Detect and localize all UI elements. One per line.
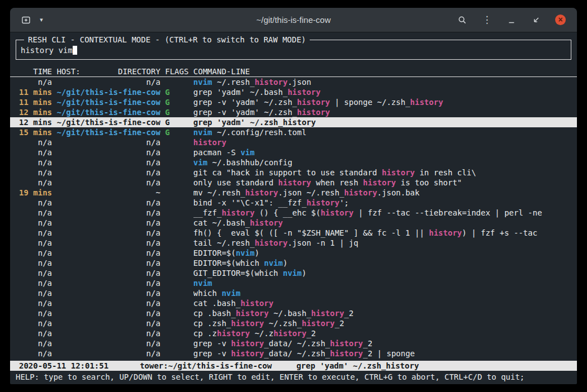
row-command: grep -v history_data/ ~/.zsh_history_2 (193, 338, 577, 348)
row-command: cp .bash_history ~/.bash_history_2 (193, 308, 577, 318)
row-host-dir: n/a (56, 137, 160, 147)
row-flag (165, 278, 188, 288)
row-flag (165, 308, 188, 318)
row-host-dir: n/a (56, 218, 160, 228)
row-command: fh() { eval $( ([ -n "$ZSH_NAME" ] && fc… (193, 228, 577, 238)
row-time: n/a (19, 168, 52, 178)
header-command: COMMAND-LINE (193, 66, 577, 76)
row-host-dir: n/a (56, 298, 160, 308)
row-flag (165, 328, 188, 338)
row-command: EDITOR=$(which nvim) (193, 258, 577, 268)
row-flag (165, 228, 188, 238)
resh-search-box: RESH CLI - CONTEXTUAL MODE - (CTRL+R to … (16, 40, 571, 60)
table-row[interactable]: n/a n/a bind -x '"\C-x1": __fzf_history'… (10, 198, 577, 208)
close-button[interactable]: × (555, 15, 566, 25)
row-time: n/a (19, 137, 52, 147)
row-flag: G (165, 87, 188, 97)
terminal-content: RESH CLI - CONTEXTUAL MODE - (CTRL+R to … (10, 32, 577, 384)
row-flag (165, 268, 188, 278)
row-flag (165, 198, 188, 208)
table-row[interactable]: 15 mins ~/git/this-is-fine-cow G nvim ~/… (10, 127, 577, 137)
restore-button[interactable] (531, 14, 542, 26)
new-tab-icon[interactable] (20, 14, 31, 26)
row-flag: G (165, 97, 188, 107)
search-input[interactable]: history vim (21, 45, 566, 55)
row-host-dir: n/a (56, 278, 160, 288)
table-row[interactable]: n/a n/a fh() { eval $( ([ -n "$ZSH_NAME"… (10, 228, 577, 238)
row-command: EDITOR=$(nvim) (193, 248, 577, 258)
row-flag (165, 178, 188, 188)
text-cursor (73, 46, 77, 55)
row-command: cp .zsh_history ~/.zsh_history_2 (193, 318, 577, 328)
table-row[interactable]: n/a n/a cp .zhistory ~/.zhistory_2 (10, 328, 577, 338)
table-row[interactable]: n/a n/a __fzf_history () { __ehc $(histo… (10, 208, 577, 218)
table-row[interactable]: n/a n/a EDITOR=$(which nvim) (10, 258, 577, 268)
row-host-dir: n/a (56, 288, 160, 298)
row-flag (165, 348, 188, 358)
row-time: n/a (19, 268, 52, 278)
table-row[interactable]: n/a n/a pacman -S vim (10, 147, 577, 157)
row-command: vim ~/.bashhub/config (193, 157, 577, 168)
row-host-dir: n/a (56, 228, 160, 238)
table-row[interactable]: n/a n/a EDITOR=$(nvim) (10, 248, 577, 258)
row-flag (165, 157, 188, 168)
table-row[interactable]: n/a n/a which nvim (10, 288, 577, 298)
row-command: mv ~/.resh_history.json ~/.resh_history.… (193, 188, 577, 198)
table-row[interactable]: n/a n/a nvim (10, 278, 577, 288)
table-row[interactable]: n/a n/a cp .bash_history ~/.bash_history… (10, 308, 577, 318)
row-command: __fzf_history () { __ehc $(history | fzf… (193, 208, 577, 218)
row-flag (165, 188, 188, 198)
row-host-dir: n/a (56, 268, 160, 278)
tab-dropdown-chevron[interactable]: ▾ (36, 14, 47, 26)
history-rows: n/a n/a nvim ~/.resh_history.json 11 min… (10, 77, 577, 358)
row-time: n/a (19, 178, 52, 188)
row-flag (165, 137, 188, 147)
table-row[interactable]: 11 mins ~/git/this-is-fine-cow G grep 'y… (10, 87, 577, 97)
status-location: tower:~/git/this-is-fine-cow (140, 361, 272, 371)
menu-kebab-icon[interactable]: ⋮ (481, 14, 493, 26)
header-flags: FLAGS (165, 66, 188, 76)
table-row[interactable]: n/a n/a grep -v history_data/ ~/.zsh_his… (10, 348, 577, 358)
row-command: grep 'yadm' ~/.bash_history (193, 87, 577, 97)
search-query-text: history vim (21, 46, 73, 55)
row-flag (165, 258, 188, 268)
table-row[interactable]: n/a n/a GIT_EDITOR=$(which nvim) (10, 268, 577, 278)
help-line: HELP: type to search, UP/DOWN to select,… (10, 372, 577, 382)
table-row[interactable]: n/a n/a cat .bash_history (10, 298, 577, 308)
table-row[interactable]: 11 mins ~/git/this-is-fine-cow G grep -v… (10, 97, 577, 107)
header-host: HOST: (56, 66, 80, 76)
table-row[interactable]: n/a n/a nvim ~/.resh_history.json (10, 77, 577, 87)
table-row[interactable]: n/a n/a grep -v history_data/ ~/.zsh_his… (10, 338, 577, 348)
table-row[interactable]: 19 mins ~ mv ~/.resh_history.json ~/.res… (10, 188, 577, 198)
row-command: git ca "hack in support to use standard … (193, 168, 577, 178)
row-host-dir: n/a (56, 238, 160, 248)
table-row[interactable]: 12 mins ~/git/this-is-fine-cow G grep -v… (10, 107, 577, 117)
row-flag (165, 298, 188, 308)
header-time: TIME (19, 66, 52, 76)
table-row[interactable]: n/a n/a history (10, 137, 577, 147)
table-row[interactable]: n/a n/a vim ~/.bashhub/config (10, 157, 577, 168)
row-flag (165, 168, 188, 178)
terminal-window: ▾ ~/git/this-is-fine-cow ⋮ × (10, 8, 577, 384)
table-row[interactable]: n/a n/a tail ~/.resh_history.json -n 1 |… (10, 238, 577, 248)
minimize-button[interactable] (506, 14, 517, 26)
row-host-dir: ~/git/this-is-fine-cow (56, 107, 160, 117)
table-row[interactable]: n/a n/a only use standard history when r… (10, 178, 577, 188)
row-time: n/a (19, 208, 52, 218)
table-row[interactable]: 12 mins ~/git/this-is-fine-cow G grep 'y… (10, 117, 577, 127)
row-time: n/a (19, 238, 52, 248)
row-command: bind -x '"\C-x1": __fzf_history'; (193, 198, 577, 208)
header-host-directory: HOST:DIRECTORY (56, 66, 160, 76)
row-time: 15 mins (19, 127, 52, 137)
row-time: n/a (19, 318, 52, 328)
table-row[interactable]: n/a n/a cat ~/.bash_history (10, 218, 577, 228)
row-host-dir: n/a (56, 168, 160, 178)
table-row[interactable]: n/a n/a git ca "hack in support to use s… (10, 168, 577, 178)
table-row[interactable]: n/a n/a cp .zsh_history ~/.zsh_history_2 (10, 318, 577, 328)
row-host-dir: ~/git/this-is-fine-cow (56, 87, 160, 97)
row-time: n/a (19, 228, 52, 238)
row-flag (165, 318, 188, 328)
row-time: n/a (19, 298, 52, 308)
search-icon[interactable] (457, 14, 468, 26)
row-host-dir: n/a (56, 208, 160, 218)
